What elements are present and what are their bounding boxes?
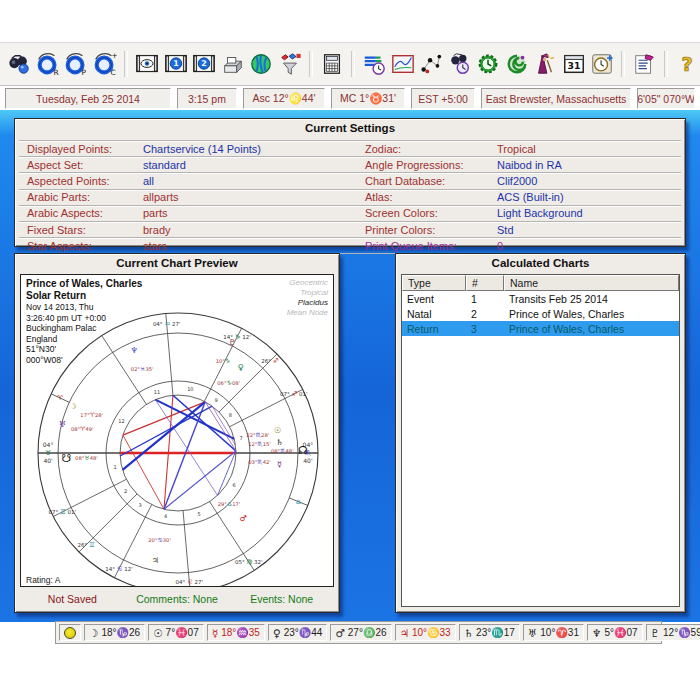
print-icon[interactable] [219, 49, 246, 79]
calculated-charts-title: Calculated Charts [396, 254, 685, 271]
svg-text:07° ♐ 01': 07° ♐ 01' [280, 390, 308, 398]
chart-style-line: Placidus [287, 298, 328, 308]
charts-column-header[interactable]: Name [504, 275, 679, 291]
settings-row[interactable]: Aspect Set:standardAngle Progressions:Na… [19, 156, 681, 172]
svg-text:☉: ☉ [274, 426, 281, 435]
settings-row[interactable]: Arabic Aspects:partsScreen Colors:Light … [19, 205, 681, 221]
wizard-icon[interactable] [532, 49, 559, 79]
svg-text:14° ♑ 12': 14° ♑ 12' [223, 333, 251, 341]
chart-style-text: GeocentricTropicalPlacidusMean Node [287, 278, 328, 318]
svg-text:♂: ♂ [240, 514, 247, 523]
svg-text:♈: ♈ [57, 394, 63, 402]
find-chart-icon[interactable] [6, 49, 33, 79]
settings-row[interactable]: Displayed Points:Chartservice (14 Points… [19, 140, 681, 156]
svg-text:♅: ♅ [59, 420, 66, 429]
settings-row[interactable]: Star Aspects:starsPrint Queue Items:0 [19, 237, 681, 254]
electional-icon[interactable] [503, 49, 530, 79]
sun-position: ☉7°♓07 [148, 624, 204, 641]
chart-info-line: 000°W08' [26, 355, 142, 366]
chart-info-line: 51°N30' [26, 344, 142, 355]
pluto-position: ♇12°♑59 [646, 624, 700, 641]
chart-window-1-icon[interactable]: 1 [162, 49, 189, 79]
planet-position-bar: ☽18°♑26☉7°♓07☿18°♒35♀23°♑44♂27°♎26♃10°♋3… [55, 621, 662, 644]
chart-info-line: Buckingham Palac [26, 323, 142, 334]
toolbar: RP+C1231? [0, 42, 700, 86]
chart-style-line: Tropical [287, 288, 328, 298]
animated-chart-icon[interactable] [361, 49, 388, 79]
svg-text:07° ♊ 01': 07° ♊ 01' [48, 508, 76, 516]
filter-points-icon[interactable] [276, 49, 303, 79]
svg-text:03°♏42': 03°♏42' [248, 458, 271, 465]
chart-preview-panel: Current Chart Preview Prince of Wales, C… [14, 253, 340, 613]
interpretation-report-icon[interactable] [631, 49, 658, 79]
chart-row-selected[interactable]: Return3Prince of Wales, Charles [402, 321, 679, 336]
wheel-progressed-icon[interactable]: P [63, 49, 90, 79]
svg-text:06°♑08': 06°♑08' [217, 379, 240, 386]
svg-text:22°♏28': 22°♏28' [246, 431, 269, 438]
svg-text:14° ♋ 12': 14° ♋ 12' [105, 565, 133, 573]
chart-preview-title: Current Chart Preview [15, 254, 339, 271]
wheel-return-icon[interactable]: R [35, 49, 62, 79]
charts-column-header[interactable]: Type [402, 275, 466, 291]
svg-text:26° ♐: 26° ♐ [261, 357, 279, 365]
mars-position: ♂27°♎26 [330, 624, 391, 641]
graph-icon[interactable] [389, 49, 416, 79]
neptune-position: ♆5°♓07 [587, 624, 643, 641]
chart-preview-footer: Not Saved Comments: None Events: None [20, 590, 334, 608]
svg-text:10: 10 [187, 386, 193, 392]
toolbar-separator [124, 51, 128, 77]
chart-preview-body[interactable]: Prince of Wales, CharlesSolar ReturnNov … [20, 274, 334, 587]
chart-rating: Rating: A [26, 575, 61, 585]
svg-text:☽: ☽ [70, 402, 77, 411]
svg-text:☋: ☋ [61, 452, 71, 465]
help-icon[interactable]: ? [674, 49, 700, 79]
svg-text:♇: ♇ [228, 338, 235, 347]
svg-text:?: ? [681, 53, 692, 76]
asc-field: Asc 12°♌44' [243, 88, 325, 109]
svg-text:10°♑: 10°♑ [216, 357, 231, 364]
svg-text:08°♏48': 08°♏48' [271, 447, 294, 454]
atlas-globe-icon[interactable] [248, 49, 275, 79]
current-settings-panel: Current Settings Displayed Points:Charts… [14, 118, 686, 247]
svg-text:2: 2 [124, 488, 127, 494]
svg-text:5: 5 [197, 511, 200, 517]
svg-text:12°♏15': 12°♏15' [248, 440, 271, 447]
search-time-icon[interactable] [446, 49, 473, 79]
mc-field: MC 1°♉31' [331, 88, 405, 109]
current-time-icon[interactable] [475, 49, 502, 79]
chart-info-text: Prince of Wales, CharlesSolar ReturnNov … [26, 278, 142, 365]
svg-text:☿: ☿ [277, 460, 282, 469]
settings-row[interactable]: Aspected Points:allChart Database:Clif20… [19, 172, 681, 188]
location-field: East Brewster, Massachusetts [481, 88, 631, 109]
svg-text:P: P [82, 68, 87, 76]
venus-position: ♀23°♑44 [268, 624, 327, 641]
chart-style-line: Geocentric [287, 278, 328, 288]
chart-info-line: Solar Return [26, 290, 142, 302]
calendar-icon[interactable]: 31 [560, 49, 587, 79]
time-field: 3:15 pm [177, 88, 237, 109]
svg-text:20°♋30': 20°♋30' [148, 536, 171, 543]
view-chart-window-icon[interactable] [134, 49, 161, 79]
chart-window-2-icon[interactable]: 2 [191, 49, 218, 79]
settings-row[interactable]: Arabic Parts:allpartsAtlas:ACS (Built-in… [19, 189, 681, 205]
svg-text:29°♎17': 29°♎17' [218, 500, 241, 507]
chart-row[interactable]: Natal2Prince of Wales, Charles [402, 306, 679, 321]
toolbar-separator [621, 51, 625, 77]
svg-text:7: 7 [239, 435, 242, 441]
change-time-icon[interactable] [589, 49, 616, 79]
chart-row[interactable]: Event1Transits Feb 25 2014 [402, 291, 679, 306]
transit-hits-icon[interactable] [418, 49, 445, 79]
svg-text:04° ♌ 27': 04° ♌ 27' [176, 578, 204, 586]
svg-text:6: 6 [232, 482, 235, 488]
settings-row[interactable]: Fixed Stars:bradyPrinter Colors:Std [19, 221, 681, 237]
events-status: Events: None [229, 593, 334, 605]
moon-position: ☽18°♑26 [84, 624, 145, 641]
moon-phase-icon [59, 624, 81, 641]
charts-column-header[interactable]: # [466, 275, 504, 291]
wheel-composite-icon[interactable]: +C [92, 49, 119, 79]
uranus-position: ♅10°♈31 [523, 624, 584, 641]
calculated-charts-list: Type#Name Event1Transits Feb 25 2014Nata… [401, 274, 680, 607]
svg-text:♄: ♄ [276, 438, 283, 447]
calculator-icon[interactable] [319, 49, 346, 79]
chart-style-line: Mean Node [287, 308, 328, 318]
